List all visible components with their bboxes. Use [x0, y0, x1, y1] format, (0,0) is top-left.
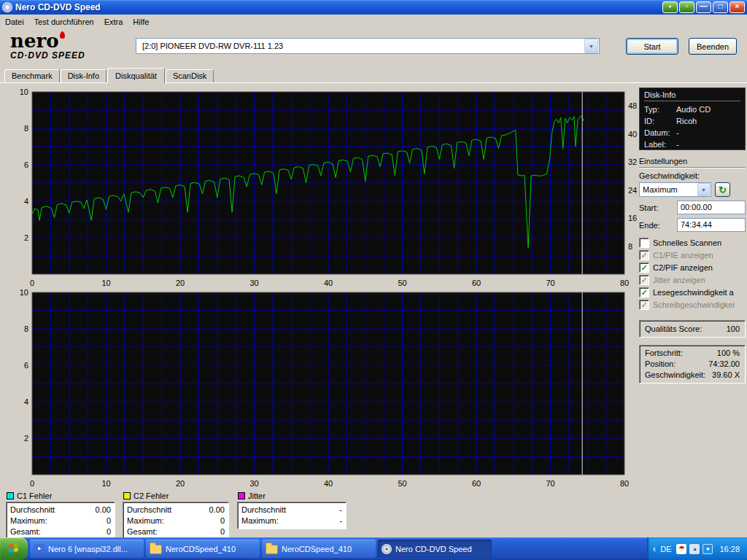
- system-tray: ‹ DE ☂ ▴ ● 16:28: [647, 537, 747, 560]
- capture-monitor-button[interactable]: ▫: [679, 1, 694, 13]
- taskbar-item-nero-cd-dvd-speed[interactable]: Nero CD-DVD Speed: [378, 540, 492, 558]
- cd-dvd-speed-logo-text: CD·DVD SPEED: [10, 51, 85, 60]
- checkbox-label: Schreibgeschwindigkei: [653, 300, 735, 309]
- chevron-left-icon[interactable]: ‹: [653, 543, 656, 554]
- svg-text:80: 80: [620, 479, 629, 488]
- tray-app-icon[interactable]: ▴: [689, 544, 700, 554]
- svg-text:70: 70: [546, 279, 554, 287]
- title-bar[interactable]: Nero CD-DVD Speed ▪ ▫ — □ ×: [0, 0, 747, 15]
- beenden-button-label: Beenden: [697, 42, 729, 51]
- svg-text:0: 0: [30, 279, 34, 287]
- tray-network-icon[interactable]: ●: [703, 544, 713, 554]
- svg-text:40: 40: [628, 130, 637, 139]
- close-button[interactable]: ×: [729, 1, 745, 13]
- svg-text:30: 30: [249, 279, 258, 287]
- minimize-button[interactable]: —: [696, 1, 711, 13]
- checkbox-c2-pif-anzeigen[interactable]: ✓ C2/PIF anzeigen: [639, 262, 746, 273]
- task-label: NeroCDSpeed_410: [166, 545, 236, 553]
- disk-id-label: ID:: [644, 115, 676, 127]
- taskbar-item-nerocdspeed-2[interactable]: NeroCDSpeed_410: [262, 540, 376, 558]
- checkbox-icon: ✓: [639, 300, 649, 310]
- capture-camera-button[interactable]: ▪: [662, 1, 678, 13]
- refresh-icon: ↻: [719, 184, 727, 195]
- fortschritt-value: 100 %: [717, 348, 740, 359]
- start-menu-button[interactable]: [0, 537, 28, 560]
- tab-disk-info[interactable]: Disk-Info: [61, 69, 107, 82]
- einstellungen-title: Einstellungen: [639, 157, 746, 168]
- c1-color-chip: [7, 492, 14, 499]
- nero-logo: nero CD·DVD SPEED: [10, 31, 85, 60]
- drive-selector-value: [2:0] PIONEER DVD-RW DVR-111 1.23: [136, 42, 584, 50]
- start-button[interactable]: Start: [626, 38, 678, 55]
- antivirus-umbrella-icon[interactable]: ☂: [676, 544, 686, 554]
- menu-hilfe[interactable]: Hilfe: [128, 16, 154, 28]
- svg-text:8: 8: [628, 242, 632, 251]
- quality-speed-chart: 0102030405060708024681081624324048: [4, 87, 642, 288]
- svg-text:32: 32: [628, 158, 637, 166]
- disk-datum-label: Datum:: [644, 127, 676, 139]
- refresh-button[interactable]: ↻: [715, 182, 730, 197]
- jitter-avg-value: -: [339, 505, 342, 516]
- beenden-button[interactable]: Beenden: [689, 38, 737, 55]
- c2-avg-value: 0.00: [209, 505, 225, 516]
- checkbox-schreibgeschwindigkeit[interactable]: ✓ Schreibgeschwindigkei: [639, 299, 746, 311]
- taskbar-clock[interactable]: 16:28: [719, 545, 740, 553]
- checkbox-schnelles-scannen[interactable]: ✓ Schnelles Scannen: [639, 237, 746, 249]
- tab-benchmark[interactable]: Benchmark: [4, 69, 60, 82]
- svg-text:2: 2: [24, 434, 28, 443]
- svg-text:4: 4: [24, 197, 28, 206]
- nero-cd-dvd-speed-window: Nero CD-DVD Speed ▪ ▫ — □ × Datei Test d…: [0, 0, 747, 560]
- menu-test-durchfuehren[interactable]: Test durchführen: [29, 16, 99, 28]
- menu-extra[interactable]: Extra: [99, 16, 128, 28]
- svg-text:8: 8: [24, 124, 28, 133]
- geschwindigkeit-label: Geschwindigkeit:: [645, 370, 705, 381]
- tab-scandisk[interactable]: ScanDisk: [166, 69, 214, 82]
- taskbar: Nero 6 [wnaspi32.dll... NeroCDSpeed_410 …: [0, 537, 747, 560]
- c2-max-value: 0: [220, 516, 225, 526]
- language-indicator[interactable]: DE: [660, 545, 671, 553]
- jitter-color-chip: [238, 492, 245, 499]
- taskbar-item-nerocdspeed-1[interactable]: NeroCDSpeed_410: [146, 540, 260, 558]
- speed-select-dropdown-button[interactable]: ▼: [697, 183, 710, 196]
- tab-diskqualitaet[interactable]: Diskqualität: [107, 68, 165, 83]
- checkbox-label: C1/PIE anzeigen: [653, 251, 713, 260]
- svg-text:48: 48: [628, 101, 637, 110]
- c2-avg-label: Durchschnitt: [127, 505, 171, 516]
- disk-info-panel: Disk-Info Typ:Audio CD ID:Ricoh Datum:- …: [639, 88, 746, 150]
- position-value: 74:32.00: [708, 359, 740, 370]
- drive-selector[interactable]: [2:0] PIONEER DVD-RW DVR-111 1.23 ▼: [136, 38, 600, 54]
- menu-datei[interactable]: Datei: [0, 16, 29, 28]
- svg-text:50: 50: [398, 479, 406, 488]
- disk-id-value: Ricoh: [676, 115, 697, 127]
- c1-total-value: 0: [107, 526, 111, 537]
- maximize-button[interactable]: □: [713, 1, 728, 13]
- checkbox-label: Schnelles Scannen: [653, 238, 721, 247]
- folder-icon: [266, 545, 278, 554]
- svg-text:10: 10: [20, 288, 28, 297]
- nero-app-icon: [34, 544, 44, 553]
- checkbox-icon: ✓: [639, 287, 649, 298]
- c1-max-label: Maximum:: [10, 516, 47, 526]
- end-time-field[interactable]: 74:34.44: [677, 218, 746, 232]
- start-time-field[interactable]: 00:00.00: [677, 201, 746, 214]
- drive-selector-dropdown-button[interactable]: ▼: [584, 39, 598, 53]
- svg-text:20: 20: [176, 279, 185, 287]
- checkbox-jitter-anzeigen[interactable]: ✓ Jitter anzeigen: [639, 274, 746, 286]
- jitter-legend-title: Jitter: [248, 491, 266, 500]
- progress-box: Fortschritt:100 % Position:74:32.00 Gesc…: [639, 345, 746, 384]
- checkbox-c1-pie-anzeigen[interactable]: ✓ C1/PIE anzeigen: [639, 249, 746, 261]
- flame-icon: [60, 31, 65, 39]
- checkbox-lesegeschwindigkeit[interactable]: ✓ Lesegeschwindigkeit a: [639, 287, 746, 298]
- disk-typ-value: Audio CD: [676, 104, 711, 115]
- svg-text:10: 10: [101, 279, 110, 287]
- window-title: Nero CD-DVD Speed: [15, 2, 661, 12]
- c2-total-value: 0: [220, 526, 225, 537]
- svg-text:0: 0: [30, 479, 34, 488]
- checkbox-icon: ✓: [639, 250, 649, 260]
- jitter-avg-label: Durchschnitt: [241, 505, 286, 516]
- legend-c2-fehler: C2 Fehler Durchschnitt0.00 Maximum:0 Ges…: [123, 491, 229, 540]
- speed-select[interactable]: Maximum ▼: [639, 182, 711, 197]
- tab-bar: Benchmark Disk-Info Diskqualität ScanDis…: [0, 67, 747, 82]
- c2-legend-title: C2 Fehler: [133, 491, 169, 500]
- taskbar-item-nero6[interactable]: Nero 6 [wnaspi32.dll...: [30, 540, 144, 558]
